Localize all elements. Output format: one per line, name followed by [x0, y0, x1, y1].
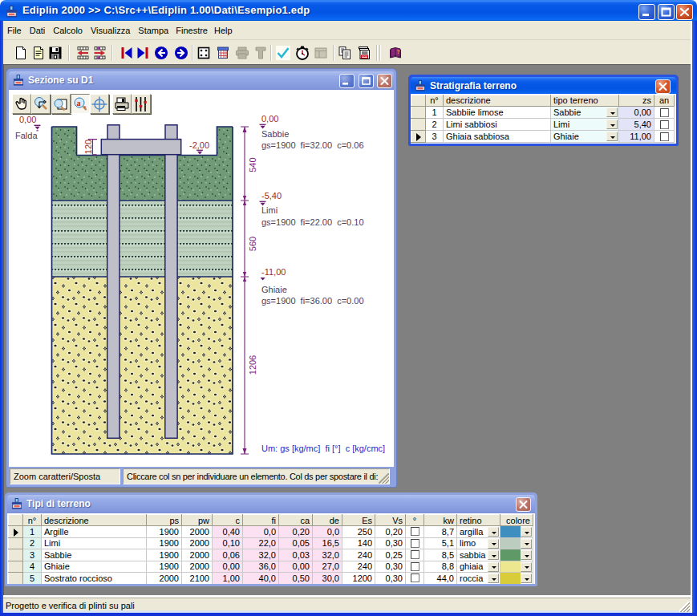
svg-text:a: a — [76, 99, 80, 107]
svg-text:Um: gs [kg/mc] fi [°] c [kg/: Um: gs [kg/mc] fi [°] c [kg/cmc] — [261, 444, 385, 453]
svg-text:-5,40: -5,40 — [261, 191, 282, 201]
svg-text:gs=1900 fi=32.00 c=0.06: gs=1900 fi=32.00 c=0.06 — [261, 140, 364, 150]
svg-text:-11,00: -11,00 — [261, 267, 286, 277]
svg-text:gs=1900 fi=22.00 c=0.10: gs=1900 fi=22.00 c=0.10 — [261, 217, 364, 227]
svg-text:120: 120 — [83, 140, 93, 154]
svg-text:1206: 1206 — [248, 355, 257, 375]
svg-text:gs=1900 fi=36.00 c=0.00: gs=1900 fi=36.00 c=0.00 — [261, 296, 364, 306]
svg-text:0,00: 0,00 — [261, 114, 278, 124]
svg-text:Ghiaie: Ghiaie — [261, 285, 287, 294]
svg-text:s: s — [84, 104, 87, 109]
svg-text:-2,00: -2,00 — [189, 140, 209, 150]
svg-text:?: ? — [397, 49, 400, 55]
svg-text:Sabbie: Sabbie — [261, 129, 289, 139]
svg-text:0,00: 0,00 — [19, 115, 36, 124]
svg-text:Falda: Falda — [15, 131, 38, 140]
svg-text:540: 540 — [248, 157, 257, 172]
svg-text:560: 560 — [248, 237, 257, 251]
svg-text:Limi: Limi — [261, 205, 278, 215]
